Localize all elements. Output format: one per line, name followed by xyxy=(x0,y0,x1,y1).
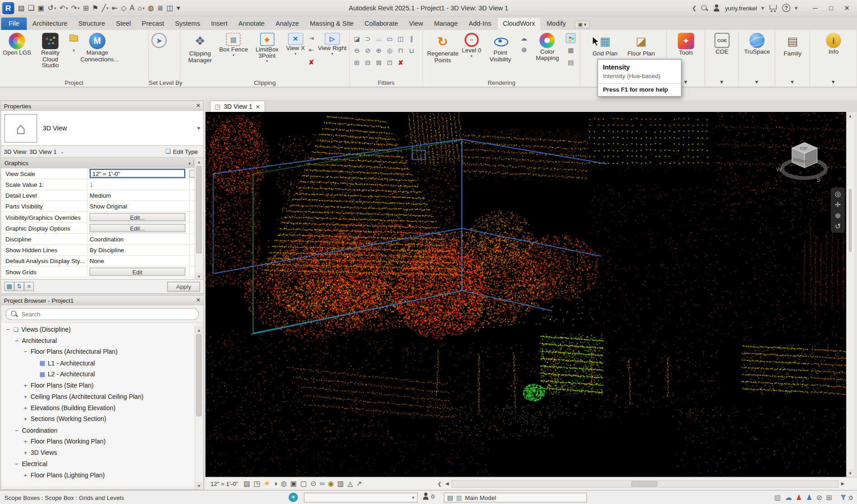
tab-view[interactable]: View xyxy=(404,18,428,30)
fitter-icon-6[interactable]: ∥ xyxy=(407,34,417,44)
property-value[interactable]: None xyxy=(88,256,189,266)
show-crop-icon[interactable]: ▢ xyxy=(300,480,307,488)
properties-header[interactable]: Properties ✕ xyxy=(1,101,203,111)
view-right-button[interactable]: ▷ View Right ▾ xyxy=(317,32,347,56)
properties-close-icon[interactable]: ✕ xyxy=(196,103,200,109)
tab-architecture[interactable]: Architecture xyxy=(27,18,73,30)
tree-item[interactable]: +Floor Plans (Site Plan) xyxy=(1,380,196,391)
box-fence-button[interactable]: ▦ Box Fence ▾ xyxy=(219,32,248,57)
tree-expander[interactable]: − xyxy=(14,427,19,434)
fitter-icon-4[interactable]: ▭ xyxy=(385,34,395,44)
family-button[interactable]: ▤ Family xyxy=(783,32,802,58)
tree-item[interactable]: ▦L2 - Architectural xyxy=(1,369,196,380)
set-level-by-button[interactable]: ➤ xyxy=(151,32,167,49)
type-selector-chevron-icon[interactable]: ▾ xyxy=(197,125,200,131)
property-value-input[interactable]: 12" = 1'-0" xyxy=(90,169,185,178)
sun-path-icon[interactable]: ☀ xyxy=(264,480,270,488)
fitter-icon-8[interactable]: ⊘ xyxy=(363,46,373,56)
default-3d-view-icon[interactable]: ⌂▾ xyxy=(136,1,146,14)
sort-descending-icon[interactable]: ≡ xyxy=(24,282,34,291)
render-icon[interactable]: ◍ xyxy=(146,1,156,14)
view-scale-button[interactable]: 12" = 1'-0" xyxy=(208,479,241,488)
coe-button[interactable]: COE COE xyxy=(714,32,730,56)
tree-expander[interactable]: + xyxy=(23,382,28,389)
limitbox-3point-dropdown-icon[interactable]: ▾ xyxy=(266,60,268,63)
box-fence-dropdown-icon[interactable]: ▾ xyxy=(233,53,234,56)
view-x-button[interactable]: ✕ View X ▾ xyxy=(286,32,306,56)
help-icon[interactable]: ? xyxy=(782,4,790,12)
close-button[interactable]: ✕ xyxy=(839,0,855,16)
tree-expander[interactable]: + xyxy=(23,393,28,400)
tools-button[interactable]: ✦ Tools xyxy=(677,32,695,57)
reveal-hidden-icon[interactable]: ◉ xyxy=(328,480,334,488)
view-x-dropdown-icon[interactable]: ▾ xyxy=(294,52,296,55)
truspace-button[interactable]: TruSpace xyxy=(744,32,771,56)
panel-flyout-info-icon[interactable]: ▾ xyxy=(810,79,857,86)
help-menu-chevron-icon[interactable]: ▾ xyxy=(795,5,797,11)
crop-view-icon[interactable]: ▣ xyxy=(290,480,297,488)
visual-style-icon[interactable]: ◳ xyxy=(254,480,261,488)
ribbon-options-button[interactable]: ▣ ▾ xyxy=(575,21,590,28)
fitter-icon-12[interactable]: ⊔ xyxy=(407,46,417,56)
displacement-sets-icon[interactable]: ↗ xyxy=(356,480,362,488)
tree-expander[interactable]: − xyxy=(5,326,10,333)
tab-manage[interactable]: Manage xyxy=(428,18,463,30)
floor-plan-button[interactable]: ◪ Floor Plan xyxy=(627,32,655,58)
scroll-up-icon[interactable]: ▲ xyxy=(195,326,203,334)
view-right-dropdown-icon[interactable]: ▾ xyxy=(331,52,333,55)
tree-item[interactable]: ▦L1 - Architectural xyxy=(1,357,196,369)
point-cloud-canvas[interactable] xyxy=(205,112,846,477)
fitter-icon-1[interactable]: ◪ xyxy=(352,34,362,44)
browser-scrollbar[interactable]: ▲ ▼ xyxy=(195,326,203,490)
property-value[interactable]: Show Original xyxy=(88,201,189,211)
user-name[interactable]: yuriy.frenkel xyxy=(725,5,757,11)
detail-level-icon[interactable]: ▤ xyxy=(243,480,250,488)
reality-cloud-studio-button[interactable]: Reality Cloud Studio xyxy=(33,32,68,69)
manage-connections-button[interactable]: M Manage Connections... xyxy=(80,32,115,63)
tree-item[interactable]: −❏Views (Discipline) xyxy=(1,324,196,335)
recent-documents-icon[interactable]: ▤ xyxy=(16,1,26,14)
undo-icon[interactable]: ↶▾ xyxy=(58,1,70,14)
viewport-horizontal-scrollbar[interactable]: ◀ ▶ xyxy=(444,477,846,490)
view-cube[interactable]: W S TOP FRONT xyxy=(773,134,838,191)
sort-ascending-icon[interactable]: ⇅ xyxy=(14,282,24,291)
property-edit-button[interactable]: Edit... xyxy=(90,224,185,232)
tree-item[interactable]: −Electrical xyxy=(1,458,196,470)
worksets-sync-icon[interactable]: ✳ xyxy=(289,493,298,502)
fitter-icon-2[interactable]: ⊃ xyxy=(363,34,373,44)
fitter-icon-3[interactable]: ⌓ xyxy=(374,34,384,44)
temporary-view-properties-icon[interactable]: ▥ xyxy=(337,480,344,488)
editing-requests-icon[interactable]: ♟ xyxy=(796,494,802,501)
scroll-left-icon[interactable]: ◀ xyxy=(444,481,451,486)
scroll-down-icon[interactable]: ▼ xyxy=(195,482,203,490)
fitter-icon-7[interactable]: ⊖ xyxy=(352,46,362,56)
pan-icon[interactable]: ✛ xyxy=(835,201,841,208)
tree-item[interactable]: +3D Views xyxy=(1,447,196,458)
tab-steel[interactable]: Steel xyxy=(111,18,136,30)
elevation-map-icon[interactable]: ▤ xyxy=(566,57,576,67)
zoom-icon[interactable]: ⊕ xyxy=(835,212,841,219)
panel-flyout-coe-icon[interactable]: ▾ xyxy=(705,79,739,86)
viewcube-south-label[interactable]: S xyxy=(816,176,820,183)
tab-file[interactable]: File xyxy=(1,18,27,30)
limitbox-3point-button[interactable]: ◆ LimitBox 3Point ▾ xyxy=(250,32,284,64)
property-edit-button[interactable]: Edit... xyxy=(90,213,185,221)
tag-icon[interactable]: ◇ xyxy=(119,1,128,14)
switch-windows-icon[interactable]: ◫ xyxy=(165,1,175,14)
scroll-right-icon[interactable]: ▶ xyxy=(839,481,846,486)
snapshot-icon[interactable]: ❆ xyxy=(519,45,529,55)
open-file-icon[interactable]: ❏ xyxy=(26,1,36,14)
point-visibility-button[interactable]: Point Visibility xyxy=(483,32,517,63)
selection-filter[interactable]: :0 xyxy=(840,494,852,501)
customize-qat-icon[interactable]: ▾ xyxy=(175,1,182,14)
tab-modify[interactable]: Modify xyxy=(541,18,571,30)
project-browser-close-icon[interactable]: ✕ xyxy=(196,297,200,303)
scrollbar-thumb[interactable] xyxy=(196,334,202,416)
scroll-up-icon[interactable]: ▲ xyxy=(195,158,203,166)
fitter-icon-10[interactable]: ◎ xyxy=(385,46,395,56)
panel-flyout-family-icon[interactable]: ▾ xyxy=(775,79,809,86)
intensity-icon[interactable] xyxy=(566,33,576,43)
shadows-icon[interactable]: ◑ xyxy=(273,480,278,488)
tab-systems[interactable]: Systems xyxy=(169,18,205,30)
cloud-status-icon[interactable]: ☁ xyxy=(785,494,792,501)
